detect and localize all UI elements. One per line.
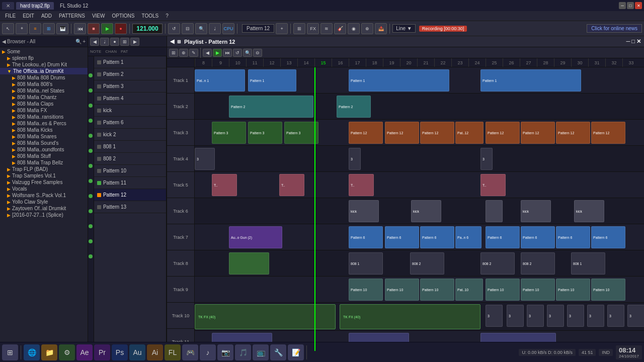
sidebar-item-18[interactable]: ▶ Trap FLP (BAD) [0,166,88,172]
taskbar-misc2[interactable]: 📷 [217,344,233,360]
segment-t10-d[interactable]: 3 [547,305,564,327]
segment-t10-e[interactable]: 3 [567,305,584,327]
pattern-item-2[interactable]: Pattern 3 [94,80,166,93]
sidebar-item-8[interactable]: ▶ 808 Mafia Claps [0,101,88,107]
taskbar-au[interactable]: Au [129,344,145,360]
sidebar-item-25[interactable]: ▶ [2016-07-27..1 (Splice) [0,212,88,218]
segment-808-2-e[interactable]: 808 2 [521,252,555,275]
online-news-button[interactable]: Click for online news [587,24,642,33]
vol-dot-3[interactable] [89,104,93,108]
vol-dot-11[interactable] [89,224,93,228]
segment-t10-g[interactable]: 3 [607,305,624,327]
playlist-maximize-btn[interactable]: □ [631,38,635,45]
taskbar-ai[interactable]: Ai [147,344,163,360]
instrument-btn[interactable]: 🎸 [334,23,346,34]
stop-btn[interactable]: ■ [88,23,100,34]
pattern-item-11[interactable]: Pattern 12 [94,189,166,201]
track-label-1[interactable]: Track 1 [167,67,194,94]
segment-pat1-d[interactable]: Pattern 1 [480,69,581,92]
vol-dot-7[interactable] [89,164,93,168]
pattern-item-6[interactable]: kick 2 [94,129,166,141]
segment-p10-c[interactable]: Pattern 10 [420,279,454,301]
segment-tkfx[interactable]: TK FX (40) [195,304,336,329]
taskbar-misc1[interactable]: ♪ [200,344,216,360]
segment-kick-e[interactable]: kick [574,200,604,222]
segment-808-a[interactable]: T.. [212,174,237,196]
segment-p6-e[interactable]: Pattern 6 [486,226,520,248]
segment-kick-d[interactable]: kick [521,200,551,222]
track-label-8[interactable]: Track 8 [167,250,194,277]
sidebar-item-11[interactable]: ▶ 808 Mafia..es & Percs [0,120,88,127]
segment-kick-c[interactable] [486,200,503,222]
segment-pat12-d[interactable]: Pat..12 [455,122,484,144]
segment-pat12-g[interactable]: Pattern 12 [556,122,590,144]
segment-p10-h[interactable]: Pattern 10 [591,279,625,301]
playlist-minimize-btn[interactable]: ─ [626,38,630,45]
magnify-btn[interactable]: ⌖ [16,23,28,34]
segment-p10-d[interactable]: Pat..10 [455,279,483,301]
segment-pat12-c[interactable]: Pattern 12 [420,122,454,144]
record-btn[interactable]: ● [115,23,127,34]
vol-dot-8[interactable] [89,179,93,183]
sidebar-item-4[interactable]: ▶ 808 Mafia 808 Drums [0,74,88,81]
sidebar-item-2[interactable]: ▶ The Lookou..e) Drum Kit [0,61,88,68]
mixer-btn[interactable]: ≡ [29,23,41,34]
pl-play-btn[interactable]: ▶ [213,49,222,57]
start-btn[interactable]: ⊞ [2,344,18,360]
sidebar-item-21[interactable]: ▶ Vocals [0,186,88,192]
menu-add[interactable]: ADD [38,13,55,19]
rewind-btn[interactable]: ⏮ [74,23,86,34]
track-label-6[interactable]: Track 6 [167,198,194,224]
segment-kick-a[interactable]: kick [349,200,379,222]
segment-pat2-a[interactable]: Pattern 2 [229,96,313,118]
record-pattern-btn[interactable]: ● [110,38,119,46]
metronome-btn[interactable]: ♩ [209,23,221,34]
pl-nav-next[interactable]: ⏭ [223,49,232,57]
track-label-7[interactable]: Track 7 [167,224,194,250]
vol-dot-13[interactable] [89,254,93,258]
segment-p6-h[interactable]: Pattern 6 [591,226,625,248]
tab-close-btn[interactable]: ✕ [2,2,14,10]
segment-pat12-h[interactable]: Pattern 12 [591,122,625,144]
menu-tools[interactable]: TOOLS [138,13,162,19]
sidebar-item-23[interactable]: ▶ Yollo Claw Style [0,199,88,205]
segment-p6-g[interactable]: Pattern 6 [556,226,590,248]
segment-p6-b[interactable]: Pattern 6 [385,226,419,248]
line-selector[interactable]: Line ▼ [392,24,416,33]
vol-dot-4[interactable] [89,119,93,123]
segment-p6-d[interactable]: Pa..n 6 [455,226,481,248]
segment-t4-c[interactable]: 3 [480,148,493,170]
pattern-item-3[interactable]: Pattern 4 [94,93,166,105]
pl-tool-1[interactable]: ⊞ [169,49,178,57]
pattern-item-7[interactable]: 808 1 [94,141,166,153]
sidebar-item-15[interactable]: ▶ 808 Mafia..oundfonts [0,146,88,153]
track-label-10[interactable]: Track 10 [167,303,194,329]
sidebar-item-3[interactable]: ▼ The Officia..ia DrumKit [0,68,88,74]
menu-file[interactable]: FILE [2,13,19,19]
vol-dot-12[interactable] [89,239,93,243]
pattern-item-12[interactable]: Pattern 13 [94,201,166,213]
plugin-btn[interactable]: ⊕ [361,23,373,34]
segment-tkfx-2[interactable]: TK FX (40) [340,304,480,329]
pattern-selector[interactable]: Pattern 12 [242,24,274,33]
segment-t10-h[interactable]: 3 [627,305,644,327]
pattern-item-0[interactable]: Pattern 1 [94,56,166,68]
segment-808-d[interactable]: T.. [480,174,506,196]
track-label-5[interactable]: Track 5 [167,172,194,198]
segment-p10-a[interactable]: Pattern 10 [349,279,383,301]
step-seq-btn[interactable]: ⊞ [43,23,55,34]
vol-dot-9[interactable] [89,194,93,198]
segment-kick-b[interactable]: kick [411,200,441,222]
taskbar-chrome[interactable]: ⚙ [59,344,75,360]
playlist-close-btn[interactable]: ✕ [636,38,641,45]
play-btn[interactable]: ▶ [101,23,113,34]
eq-btn[interactable]: ≋ [320,23,333,34]
menu-help[interactable]: ? [163,13,172,19]
sidebar-item-10[interactable]: ▶ 808 Mafia..ransitions [0,114,88,120]
segment-t10-f[interactable]: 3 [587,305,604,327]
piano-roll-btn[interactable]: 🎹 [56,23,68,34]
segment-808-c[interactable]: T.. [349,174,374,196]
pattern-item-5[interactable]: Pattern 6 [94,117,166,129]
menu-edit[interactable]: EDIT [20,13,37,19]
close-btn[interactable]: ✕ [635,2,642,9]
